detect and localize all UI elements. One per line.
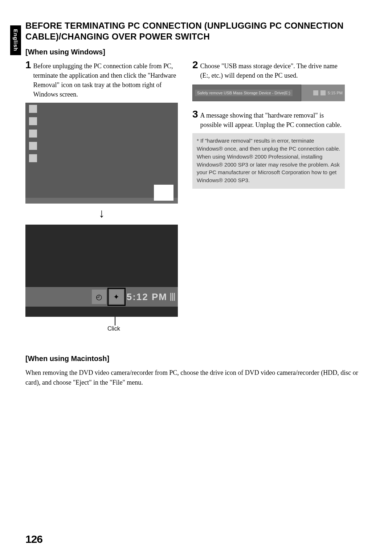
arrow-down-icon: ↓ <box>25 206 178 220</box>
step-number: 3 <box>192 109 198 130</box>
right-column: 2 Choose "USB mass storage device". The … <box>192 61 345 333</box>
task-tray-row: ◴ ✦ 5:12 PM <box>25 287 178 307</box>
step-text: Choose "USB mass storage device". The dr… <box>200 61 345 80</box>
step-text: A message showing that "hardware removal… <box>200 111 345 130</box>
tray-icon: ◴ <box>92 290 106 304</box>
desktop-icon <box>29 117 37 125</box>
page-title: BEFORE TERMINATING PC CONNECTION (UNPLUG… <box>25 20 367 42</box>
click-label: Click <box>107 325 120 332</box>
mini-tray-icon <box>313 90 318 95</box>
tray-clock: 5:12 PM <box>127 291 167 303</box>
mac-section-title: [When using Macintosh] <box>25 355 367 363</box>
step-2: 2 Choose "USB mass storage device". The … <box>192 61 345 80</box>
hardware-removal-icon: ✦ <box>109 290 124 304</box>
task-tray-zoom-screenshot: ◴ ✦ 5:12 PM <box>25 225 178 317</box>
mac-text: When removing the DVD video camera/recor… <box>25 368 367 388</box>
windows-section-title: [When using Windows] <box>25 48 367 56</box>
macintosh-section: [When using Macintosh] When removing the… <box>25 355 367 388</box>
step-1: 1 Before unplugging the PC connection ca… <box>25 61 178 99</box>
tooltip-clock: 5:15 PM <box>328 91 343 95</box>
step-number: 2 <box>192 60 198 80</box>
desktop-screenshot <box>25 103 178 204</box>
callout-line <box>115 317 115 325</box>
desktop-icon <box>29 105 37 113</box>
tray-highlight-box <box>154 185 173 201</box>
step-3: 3 A message showing that "hardware remov… <box>192 111 345 130</box>
desktop-icon <box>29 130 37 138</box>
two-column-layout: 1 Before unplugging the PC connection ca… <box>25 61 367 333</box>
click-callout: Click <box>25 317 178 333</box>
desktop-icons <box>29 105 37 162</box>
step-text: Before unplugging the PC connection cabl… <box>33 61 178 99</box>
left-column: 1 Before unplugging the PC connection ca… <box>25 61 178 333</box>
note-box: * If "hardware removal" results in error… <box>192 133 345 189</box>
page-number: 126 <box>25 533 42 545</box>
mini-tray-icon <box>320 90 326 95</box>
desktop-icon <box>29 142 37 150</box>
tooltip-screenshot: Safely remove USB Mass Storage Device - … <box>192 85 345 101</box>
tray-bars-icon <box>170 293 175 301</box>
language-tab: English <box>10 25 21 55</box>
step-number: 1 <box>25 60 31 99</box>
tooltip-box: Safely remove USB Mass Storage Device - … <box>192 85 301 101</box>
page: English BEFORE TERMINATING PC CONNECTION… <box>0 0 392 557</box>
tooltip-text: Safely remove USB Mass Storage Device - … <box>195 90 293 96</box>
desktop-icon <box>29 154 37 162</box>
tooltip-tray: 5:15 PM <box>301 85 345 101</box>
